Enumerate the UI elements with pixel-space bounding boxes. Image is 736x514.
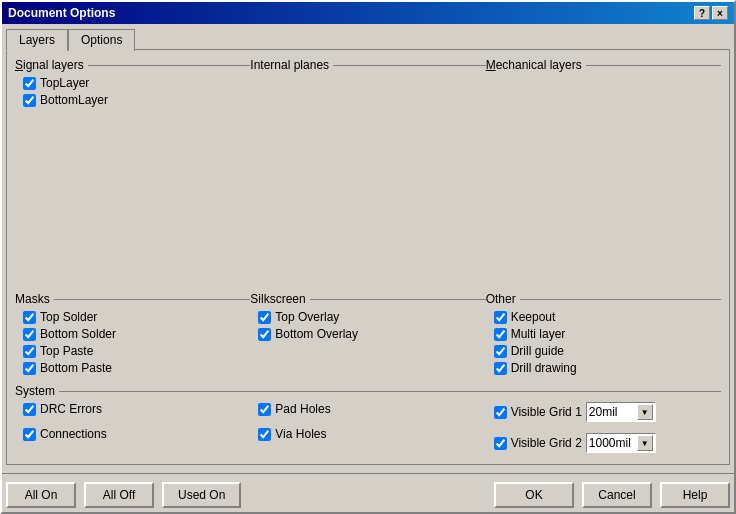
list-item: Bottom Overlay [250,327,485,341]
system-col-2: Pad Holes Via Holes [250,402,485,456]
top-solder-checkbox[interactable] [23,311,36,324]
list-item: Visible Grid 2 1000mil ▼ [486,433,721,453]
list-item: Drill drawing [486,361,721,375]
list-item: Visible Grid 1 20mil ▼ [486,402,721,422]
list-item: Top Overlay [250,310,485,324]
top-paste-checkbox[interactable] [23,345,36,358]
connections-checkbox[interactable] [23,428,36,441]
bottom-solder-label: Bottom Solder [40,327,116,341]
list-item: Keepout [486,310,721,324]
middle-sections: Masks Top Solder Bottom Solder [15,292,721,378]
help-title-button[interactable]: ? [694,6,710,20]
signal-layers-section: Signal layers TopLayer BottomLayer [15,58,250,110]
tab-content: Signal layers TopLayer BottomLayer [6,49,730,465]
visible-grid-2-value: 1000mil [589,436,631,450]
system-section: System DRC Errors Connecti [15,384,721,456]
tab-layers[interactable]: Layers [6,29,68,51]
via-holes-checkbox[interactable] [258,428,271,441]
visible-grid-1-value: 20mil [589,405,618,419]
multi-layer-checkbox[interactable] [494,328,507,341]
keepout-checkbox[interactable] [494,311,507,324]
list-item: Top Paste [15,344,250,358]
mechanical-layers-label: Mechanical layers [486,58,586,72]
system-col-1: DRC Errors Connections [15,402,250,456]
other-section: Other Keepout Multi layer [486,292,721,378]
system-label: System [15,384,59,398]
visible-grid-2-label: Visible Grid 2 [511,436,582,450]
masks-items: Top Solder Bottom Solder Top Paste [15,310,250,375]
toplayer-label: TopLayer [40,76,89,90]
mechanical-layers-section: Mechanical layers [486,58,721,110]
close-title-button[interactable]: × [712,6,728,20]
top-overlay-checkbox[interactable] [258,311,271,324]
all-on-button[interactable]: All On [6,482,76,508]
silkscreen-title: Silkscreen [250,292,485,306]
bottom-overlay-checkbox[interactable] [258,328,271,341]
internal-planes-title: Internal planes [250,58,485,72]
used-on-button[interactable]: Used On [162,482,241,508]
masks-title: Masks [15,292,250,306]
chevron-down-icon: ▼ [637,404,653,420]
keepout-label: Keepout [511,310,556,324]
toplayer-checkbox[interactable] [23,77,36,90]
bottom-buttons-bar: All On All Off Used On OK Cancel Help [2,473,734,512]
signal-layers-items: TopLayer BottomLayer [15,76,250,107]
list-item: Top Solder [15,310,250,324]
help-button[interactable]: Help [660,482,730,508]
top-overlay-label: Top Overlay [275,310,339,324]
bottom-solder-checkbox[interactable] [23,328,36,341]
list-item: Via Holes [250,427,485,441]
list-item: TopLayer [15,76,250,90]
ok-button[interactable]: OK [494,482,574,508]
pad-holes-label: Pad Holes [275,402,330,416]
list-item: Connections [15,427,250,441]
internal-planes-section: Internal planes [250,58,485,110]
list-item: DRC Errors [15,402,250,416]
list-item: BottomLayer [15,93,250,107]
system-col-3: Visible Grid 1 20mil ▼ Visible Grid 2 [486,402,721,456]
visible-grid-1-checkbox[interactable] [494,406,507,419]
title-bar: Document Options ? × [2,2,734,24]
drill-guide-checkbox[interactable] [494,345,507,358]
list-item: Multi layer [486,327,721,341]
masks-section: Masks Top Solder Bottom Solder [15,292,250,378]
main-window: Document Options ? × Layers Options Sign… [0,0,736,514]
drc-errors-label: DRC Errors [40,402,102,416]
visible-grid-1-dropdown[interactable]: 20mil ▼ [586,402,656,422]
signal-layers-title: Signal layers [15,58,250,72]
list-item: Pad Holes [250,402,485,416]
multi-layer-label: Multi layer [511,327,566,341]
drill-drawing-checkbox[interactable] [494,362,507,375]
mechanical-layers-title: Mechanical layers [486,58,721,72]
other-label: Other [486,292,520,306]
system-items: DRC Errors Connections [15,402,721,456]
list-item: Drill guide [486,344,721,358]
tab-options[interactable]: Options [68,29,135,51]
silkscreen-section: Silkscreen Top Overlay Bottom Overlay [250,292,485,378]
silkscreen-label: Silkscreen [250,292,309,306]
tabs: Layers Options [6,28,730,50]
title-bar-buttons: ? × [694,6,728,20]
masks-label: Masks [15,292,54,306]
signal-layers-label: Signal layers [15,58,88,72]
visible-grid-2-checkbox[interactable] [494,437,507,450]
visible-grid-1-label: Visible Grid 1 [511,405,582,419]
visible-grid-2-dropdown[interactable]: 1000mil ▼ [586,433,656,453]
bottomlayer-label: BottomLayer [40,93,108,107]
pad-holes-checkbox[interactable] [258,403,271,416]
top-solder-label: Top Solder [40,310,97,324]
drc-errors-checkbox[interactable] [23,403,36,416]
list-item: Bottom Paste [15,361,250,375]
drill-drawing-label: Drill drawing [511,361,577,375]
bottom-overlay-label: Bottom Overlay [275,327,358,341]
bottom-paste-label: Bottom Paste [40,361,112,375]
connections-label: Connections [40,427,107,441]
bottomlayer-checkbox[interactable] [23,94,36,107]
bottom-paste-checkbox[interactable] [23,362,36,375]
silkscreen-items: Top Overlay Bottom Overlay [250,310,485,341]
top-sections: Signal layers TopLayer BottomLayer [15,58,721,110]
via-holes-label: Via Holes [275,427,326,441]
window-content: Layers Options Signal layers TopLayer [2,24,734,469]
all-off-button[interactable]: All Off [84,482,154,508]
cancel-button[interactable]: Cancel [582,482,652,508]
